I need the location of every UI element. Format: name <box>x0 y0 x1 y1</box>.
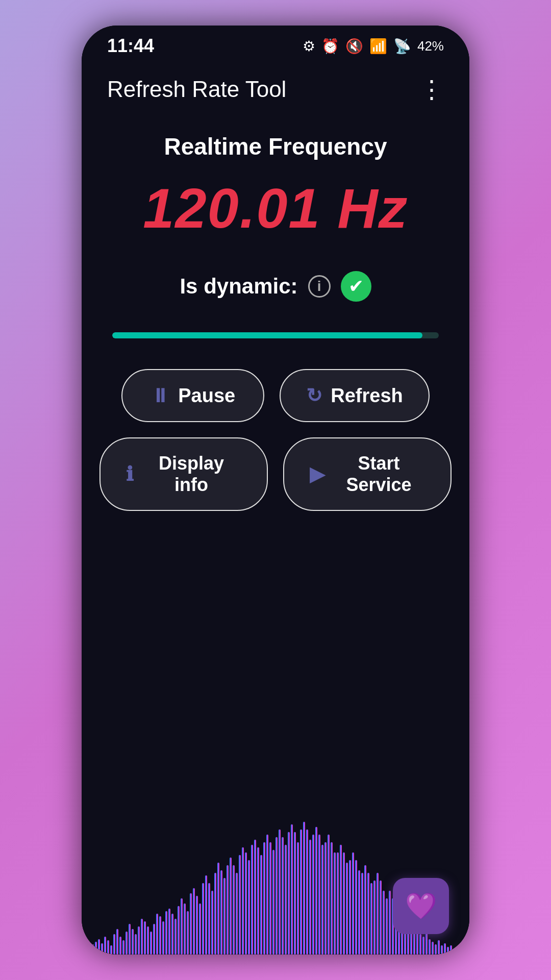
svg-rect-34 <box>196 896 198 954</box>
svg-rect-88 <box>361 873 363 954</box>
realtime-frequency-label: Realtime Frequency <box>164 133 387 160</box>
svg-rect-114 <box>441 945 443 954</box>
svg-rect-10 <box>122 940 124 954</box>
svg-rect-28 <box>178 906 180 954</box>
svg-rect-89 <box>364 865 366 954</box>
svg-rect-46 <box>233 865 235 954</box>
dynamic-row: Is dynamic: i ✔ <box>180 271 371 302</box>
svg-rect-68 <box>300 829 302 954</box>
dynamic-info-icon[interactable]: i <box>308 275 331 298</box>
overflow-menu-icon[interactable]: ⋮ <box>419 75 444 104</box>
svg-rect-47 <box>236 873 238 954</box>
display-info-button[interactable]: ℹ Display info <box>99 437 268 511</box>
svg-rect-27 <box>174 919 177 954</box>
svg-rect-65 <box>291 824 293 954</box>
svg-rect-62 <box>282 837 284 954</box>
svg-rect-52 <box>251 845 253 954</box>
fab-button[interactable]: 💜 <box>393 878 449 934</box>
svg-rect-55 <box>260 855 262 954</box>
heart-icon: 💜 <box>405 891 437 921</box>
svg-rect-12 <box>129 924 131 954</box>
progress-section <box>107 332 444 338</box>
svg-rect-48 <box>239 855 241 954</box>
svg-rect-59 <box>272 850 274 954</box>
svg-rect-38 <box>208 883 210 954</box>
svg-rect-25 <box>168 909 170 954</box>
svg-rect-63 <box>285 845 287 954</box>
svg-rect-74 <box>318 835 320 954</box>
start-service-button[interactable]: ▶ Start Service <box>283 437 452 511</box>
svg-rect-4 <box>104 937 106 954</box>
svg-rect-97 <box>389 891 391 954</box>
svg-rect-107 <box>419 934 421 954</box>
phone-screen: 11:44 ⚙ ⏰ 🔇 📶 📡 42% Refresh Rate Tool ⋮ … <box>82 26 469 954</box>
svg-rect-75 <box>321 845 323 954</box>
svg-rect-3 <box>101 943 103 954</box>
svg-rect-60 <box>276 837 278 954</box>
svg-rect-8 <box>116 929 118 954</box>
svg-rect-69 <box>303 822 305 954</box>
svg-rect-79 <box>334 852 336 954</box>
svg-rect-11 <box>126 932 128 954</box>
svg-rect-118 <box>453 948 455 954</box>
settings-icon: ⚙ <box>303 38 315 55</box>
svg-rect-24 <box>165 911 167 954</box>
main-content: Realtime Frequency 120.01 Hz Is dynamic:… <box>82 112 469 954</box>
svg-rect-80 <box>337 852 339 954</box>
svg-rect-58 <box>269 842 271 954</box>
svg-rect-109 <box>425 932 428 954</box>
buttons-row-2: ℹ Display info ▶ Start Service <box>99 437 452 511</box>
svg-rect-14 <box>135 934 137 954</box>
svg-rect-33 <box>193 888 195 954</box>
status-icons: ⚙ ⏰ 🔇 📶 📡 42% <box>303 38 444 55</box>
svg-rect-9 <box>119 937 121 954</box>
svg-rect-90 <box>367 873 369 954</box>
svg-rect-93 <box>377 873 379 954</box>
svg-rect-95 <box>383 891 385 954</box>
svg-rect-31 <box>187 911 189 954</box>
svg-rect-42 <box>220 870 222 954</box>
progress-bar-fill <box>112 332 422 338</box>
app-title: Refresh Rate Tool <box>107 77 286 102</box>
svg-rect-87 <box>358 870 360 954</box>
svg-rect-45 <box>230 857 232 954</box>
svg-rect-6 <box>110 945 112 954</box>
svg-rect-110 <box>429 939 431 954</box>
svg-rect-92 <box>373 880 375 954</box>
svg-rect-119 <box>456 947 458 954</box>
svg-rect-81 <box>340 845 342 954</box>
svg-rect-84 <box>349 860 351 954</box>
dynamic-label: Is dynamic: <box>180 274 297 299</box>
svg-rect-32 <box>190 893 192 954</box>
svg-rect-36 <box>202 883 204 954</box>
svg-rect-73 <box>315 827 317 954</box>
svg-rect-0 <box>92 944 94 954</box>
svg-rect-116 <box>447 947 449 954</box>
svg-rect-71 <box>309 840 311 954</box>
svg-rect-113 <box>438 940 440 954</box>
svg-rect-43 <box>223 878 226 954</box>
svg-rect-86 <box>355 860 357 954</box>
buttons-row-1: ⏸ Pause ↻ Refresh <box>121 369 430 422</box>
svg-rect-30 <box>184 903 186 954</box>
svg-rect-67 <box>297 842 299 954</box>
mute-icon: 🔇 <box>345 38 363 55</box>
check-icon: ✔ <box>348 276 364 297</box>
svg-rect-108 <box>422 937 424 954</box>
svg-rect-15 <box>138 926 140 954</box>
play-icon: ▶ <box>310 463 324 485</box>
svg-rect-18 <box>147 926 149 954</box>
pause-button[interactable]: ⏸ Pause <box>121 369 264 422</box>
svg-rect-94 <box>380 880 382 954</box>
info-icon: ℹ <box>126 463 133 485</box>
svg-rect-29 <box>181 898 183 954</box>
svg-rect-37 <box>205 875 207 954</box>
svg-rect-41 <box>217 863 219 954</box>
svg-rect-50 <box>245 852 247 954</box>
svg-rect-85 <box>352 852 354 954</box>
refresh-button[interactable]: ↻ Refresh <box>280 369 430 422</box>
dynamic-check-badge: ✔ <box>341 271 371 302</box>
svg-rect-78 <box>331 842 333 954</box>
svg-rect-91 <box>370 883 372 954</box>
svg-rect-13 <box>132 929 134 954</box>
